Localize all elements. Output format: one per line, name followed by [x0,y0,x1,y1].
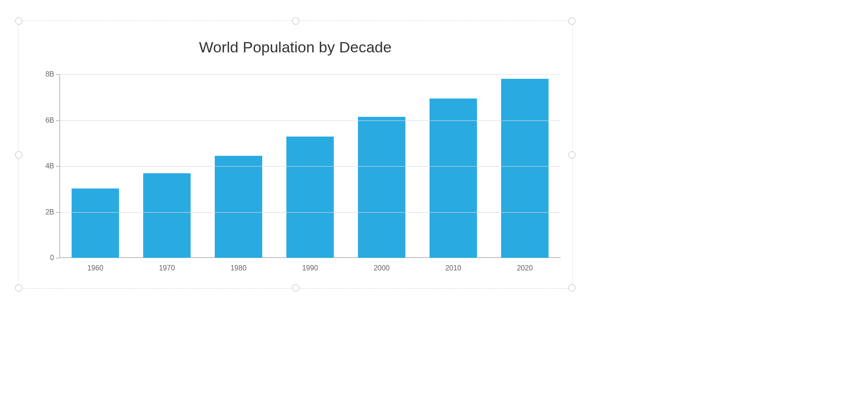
resize-handle-mid-top[interactable] [292,17,299,25]
chart-bar[interactable] [501,79,549,258]
chart-bar[interactable] [430,98,477,258]
y-tick [56,74,60,75]
gridline [60,212,561,213]
y-tick-label: 0 [34,254,54,262]
chart-bar[interactable] [143,173,191,258]
y-tick-label: 8B [34,70,54,78]
y-tick [56,166,60,167]
y-tick-label: 6B [34,116,54,124]
x-tick-label: 1960 [87,264,103,272]
x-tick-label: 1980 [230,264,247,272]
chart-bar[interactable] [286,137,334,258]
resize-handle-mid-right[interactable] [568,151,575,158]
chart-bar[interactable] [72,188,119,258]
chart-plot-area[interactable]: 02B4B6B8B1960197019801990200020102020 [60,74,561,258]
resize-handle-top-left[interactable] [15,17,22,25]
resize-handle-top-right[interactable] [568,17,575,25]
resize-handle-bottom-right[interactable] [568,284,575,291]
x-tick-label: 1970 [159,264,175,272]
resize-handle-mid-bottom[interactable] [292,284,299,291]
chart-bar[interactable] [358,117,405,258]
resize-handle-bottom-left[interactable] [15,284,22,291]
resize-handle-mid-left[interactable] [15,151,22,158]
gridline [60,74,561,75]
y-tick [56,212,60,213]
gridline [60,120,561,121]
y-tick-label: 2B [34,208,54,216]
canvas: World Population by Decade 02B4B6B8B1960… [0,0,868,394]
y-tick [56,120,60,121]
chart-selection-frame[interactable]: World Population by Decade 02B4B6B8B1960… [18,20,573,289]
x-tick-label: 2020 [517,264,533,272]
y-tick [56,258,60,258]
x-tick-label: 1990 [302,264,318,272]
gridline [60,166,561,167]
x-tick-label: 2000 [374,264,390,272]
chart-title: World Population by Decade [18,39,572,56]
x-tick-label: 2010 [445,264,461,272]
y-tick-label: 4B [34,162,54,170]
chart-bar[interactable] [215,156,262,258]
